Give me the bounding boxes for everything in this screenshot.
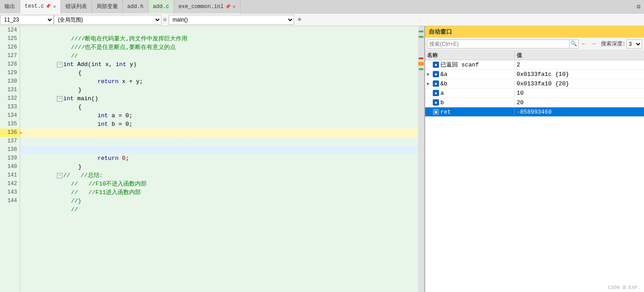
- ln-144: 144: [0, 197, 20, 205]
- ln-142: 142: [0, 180, 20, 188]
- var-name-ret: ret: [440, 109, 451, 115]
- variables-table: 名称 值 ◆ 已返回 scanf 2 ▶ ◆: [425, 50, 644, 292]
- ln-130: 130: [0, 77, 20, 86]
- tab-errors[interactable]: 错误列表: [61, 0, 92, 13]
- var-name-scanf: 已返回 scanf: [440, 61, 479, 69]
- depth-selector[interactable]: 3: [627, 40, 642, 49]
- var-row-a[interactable]: ◆ a 10: [425, 88, 644, 98]
- ln-134: 134: [0, 111, 20, 120]
- line-selector[interactable]: 11_23: [0, 15, 54, 25]
- code-line-134: int b = 0;: [20, 111, 418, 120]
- code-line-137: printf("%d\n", ret);: [20, 137, 418, 146]
- var-val-a-ptr: 0x0133fa1c {10}: [515, 71, 644, 78]
- var-icon-a: ◆: [433, 90, 439, 96]
- ln-135: 135: [0, 120, 20, 128]
- tab-testc[interactable]: test.c 📌 ✕: [20, 0, 61, 13]
- expand-arrow-a-ptr[interactable]: ▶: [427, 71, 431, 77]
- code-line-129: return x + y;: [20, 69, 418, 77]
- func-icon: ⊙: [161, 16, 169, 23]
- scroll-marker-red: [419, 58, 423, 59]
- ln-136: 136: [0, 128, 20, 137]
- var-name-a-ptr: &a: [440, 71, 448, 78]
- var-val-scanf: 2: [515, 62, 644, 68]
- watermark: CSDN @.EXP.: [608, 285, 640, 290]
- tab-exe-common[interactable]: exe_common.inl 📌 ✕: [174, 0, 240, 13]
- expand-arrow-b-ptr[interactable]: ▶: [427, 81, 431, 86]
- var-name-a: a: [440, 90, 444, 97]
- search-icon[interactable]: 🔍: [569, 40, 578, 49]
- scroll-marker-green2: [419, 36, 423, 38]
- auto-panel-title: 自动窗口: [425, 26, 644, 38]
- code-line-125: ////也不是任意断点,要断在有意义的点: [20, 35, 418, 43]
- code-line-136: ▶ int ret = Add(a, b); 已用时间 <= 12,133ms: [20, 128, 418, 137]
- code-line-132: {: [20, 94, 418, 103]
- var-name-b: b: [440, 99, 444, 106]
- var-row-scanf[interactable]: ◆ 已返回 scanf 2: [425, 60, 644, 70]
- code-line-143: //}: [20, 188, 418, 197]
- var-name-b-ptr: &b: [440, 80, 448, 87]
- code-editor: 124 125 126 127 128 129 130 131 132 133 …: [0, 26, 424, 292]
- col-name-header: 名称: [425, 50, 515, 60]
- depth-label: 搜索深度:: [601, 40, 626, 48]
- code-line-135: scanf("%d %d", &a, &b);: [20, 120, 418, 128]
- var-val-b-ptr: 0x0133fa10 {20}: [515, 80, 644, 87]
- close-icon-2[interactable]: ✕: [233, 4, 236, 9]
- tab-addh[interactable]: add.h: [123, 0, 148, 13]
- tab-addc[interactable]: add.c: [148, 0, 174, 13]
- var-val-ret: -858993460: [515, 109, 644, 115]
- scope-selector[interactable]: (全局范围): [54, 15, 161, 25]
- code-line-133: int a = 0;: [20, 103, 418, 111]
- expand-arrow-btn[interactable]: ⊕: [294, 15, 305, 25]
- func-selector[interactable]: main(): [169, 15, 294, 25]
- code-toolbar: 11_23 (全局范围) ⊙ main() ⊕: [0, 13, 644, 26]
- tab-output[interactable]: 输出: [0, 0, 20, 13]
- var-row-a-ptr[interactable]: ▶ ◆ &a 0x0133fa1c {10}: [425, 70, 644, 79]
- expand-arrow-scanf: [427, 62, 431, 67]
- code-line-130: }: [20, 77, 418, 86]
- pin-icon-2[interactable]: 📌: [225, 4, 231, 9]
- ln-126: 126: [0, 43, 20, 52]
- search-input[interactable]: [427, 40, 569, 48]
- var-val-a: 10: [515, 90, 644, 97]
- close-icon[interactable]: ✕: [53, 4, 56, 9]
- code-lines[interactable]: ////断电在代码量大,跨文件中发挥巨大作用 ////也不是任意断点,要断在有意…: [20, 26, 418, 292]
- var-val-b: 20: [515, 99, 644, 106]
- ln-129: 129: [0, 69, 20, 77]
- ln-137: 137: [0, 137, 20, 146]
- scrollbar[interactable]: [418, 26, 424, 292]
- code-line-124: ////断电在代码量大,跨文件中发挥巨大作用: [20, 26, 418, 35]
- ln-131: 131: [0, 86, 20, 94]
- line-numbers: 124 125 126 127 128 129 130 131 132 133 …: [0, 26, 20, 292]
- ln-127: 127: [0, 52, 20, 60]
- code-line-128: {: [20, 60, 418, 69]
- col-value-header: 值: [515, 50, 644, 60]
- vars-header: 名称 值: [425, 50, 644, 60]
- ln-124: 124: [0, 26, 20, 35]
- code-line-140: −// //总结:: [20, 163, 418, 171]
- tab-bar: 输出 test.c 📌 ✕ 错误列表 局部变量 add.h add.c exe_…: [0, 0, 644, 13]
- forward-nav-btn[interactable]: →: [589, 40, 598, 49]
- code-line-139: }: [20, 154, 418, 163]
- ln-143: 143: [0, 188, 20, 197]
- ln-132: 132: [0, 94, 20, 103]
- var-row-b[interactable]: ◆ b 20: [425, 98, 644, 107]
- ln-133: 133: [0, 103, 20, 111]
- code-line-127: −int Add(int x, int y): [20, 52, 418, 60]
- code-line-141: // //F10不进入函数内部: [20, 171, 418, 180]
- ln-138: 138: [0, 146, 20, 154]
- ln-125: 125: [0, 35, 20, 43]
- code-line-144: //: [20, 197, 418, 205]
- main-content: 124 125 126 127 128 129 130 131 132 133 …: [0, 26, 644, 292]
- search-box: 🔍: [427, 40, 579, 49]
- expand-arrow-ret: [427, 110, 431, 115]
- tab-locals[interactable]: 局部变量: [92, 0, 123, 13]
- pin-icon[interactable]: 📌: [45, 4, 51, 9]
- var-row-b-ptr[interactable]: ▶ ◆ &b 0x0133fa10 {20}: [425, 79, 644, 88]
- scroll-marker-green: [419, 31, 423, 32]
- var-icon-b: ◆: [433, 99, 439, 106]
- settings-icon[interactable]: ⚙: [633, 3, 644, 10]
- back-nav-btn[interactable]: ←: [579, 40, 588, 49]
- code-line-142: // //F11进入函数内部: [20, 180, 418, 188]
- code-line-126: //: [20, 43, 418, 52]
- var-row-ret[interactable]: ◆ ret -858993460: [425, 107, 644, 117]
